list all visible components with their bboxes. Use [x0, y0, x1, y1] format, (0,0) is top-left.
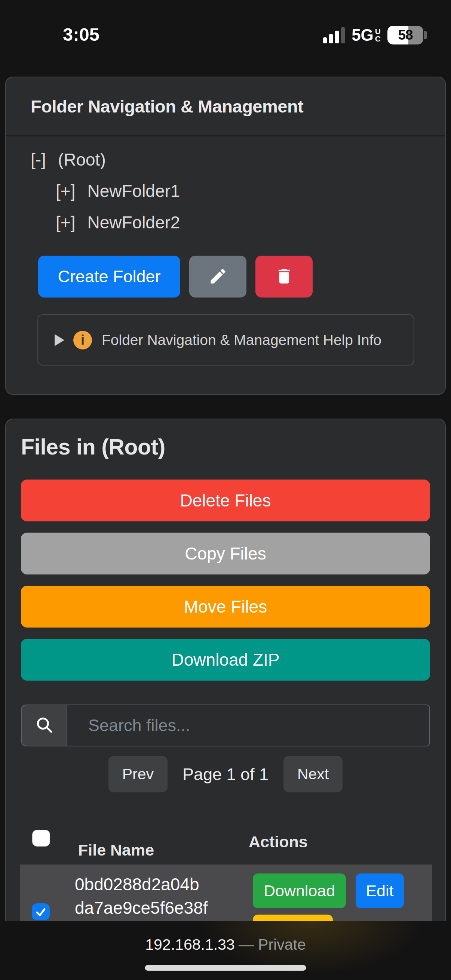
edit-file-button[interactable]: Edit [355, 873, 404, 908]
file-name-line1: 0bd0288d2a04b [75, 873, 254, 896]
tree-item-newfolder1[interactable]: [+]NewFolder1 [56, 179, 420, 203]
page-viewport: 3:05 5G U C 58 Folder Navigation [0, 0, 451, 921]
create-folder-button[interactable]: Create Folder [38, 256, 180, 298]
cellular-signal-icon [323, 27, 345, 43]
file-name-line2: da7ae9ce5f6e38f [75, 896, 254, 920]
prev-page-button[interactable]: Prev [108, 756, 167, 792]
tree-label-root[interactable]: (Root) [58, 150, 106, 169]
tree-label-newfolder1[interactable]: NewFolder1 [87, 181, 180, 201]
column-header-file-name: File Name [78, 841, 154, 859]
partial-action-button[interactable] [253, 915, 333, 921]
info-icon: i [73, 331, 92, 350]
tree-toggle-newfolder2[interactable]: [+] [56, 213, 75, 232]
bulk-actions: Delete Files Copy Files Move Files Downl… [21, 479, 430, 681]
search-button[interactable] [21, 705, 67, 746]
folder-card-header: Folder Navigation & Management [6, 77, 445, 137]
row-actions-cell: Download Edit [253, 873, 404, 921]
copy-files-button[interactable]: Copy Files [21, 533, 430, 574]
rename-folder-button[interactable] [189, 256, 247, 298]
download-zip-button[interactable]: Download ZIP [21, 639, 430, 681]
status-bar: 3:05 5G U C 58 [0, 0, 451, 64]
home-indicator[interactable] [145, 965, 306, 970]
folder-buttons-row: Create Folder [38, 256, 420, 298]
tree-label-newfolder2[interactable]: NewFolder2 [87, 213, 180, 232]
address-bar[interactable]: 192.168.1.33— Private [0, 936, 451, 953]
delete-files-button[interactable]: Delete Files [21, 479, 430, 522]
status-time: 3:05 [63, 24, 99, 45]
magnifier-icon [35, 715, 54, 735]
download-file-button[interactable]: Download [253, 873, 346, 908]
file-search [21, 705, 430, 746]
search-input[interactable] [67, 705, 430, 746]
trash-icon [274, 266, 294, 287]
table-row: 0bd0288d2a04b da7ae9ce5f6e38f Download E… [20, 864, 432, 921]
folder-card-title: Folder Navigation & Management [31, 96, 303, 117]
next-page-button[interactable]: Next [284, 756, 343, 792]
folder-help-disclosure[interactable]: i Folder Navigation & Management Help In… [37, 314, 414, 366]
network-type: 5G U C [352, 26, 381, 45]
folder-help-label: Folder Navigation & Management Help Info [102, 332, 381, 348]
privacy-label: — Private [239, 936, 306, 953]
folder-navigation-card: Folder Navigation & Management [-](Root)… [5, 76, 446, 395]
files-card-title: Files in (Root) [21, 434, 430, 460]
tree-toggle-root[interactable]: [-] [31, 150, 46, 169]
network-5g-label: 5G [352, 26, 374, 45]
delete-folder-button[interactable] [255, 256, 312, 298]
move-files-button[interactable]: Move Files [21, 586, 430, 628]
battery-icon: 58 [387, 26, 427, 45]
tree-toggle-newfolder1[interactable]: [+] [56, 181, 75, 201]
battery-nub [424, 31, 427, 39]
file-name-cell: 0bd0288d2a04b da7ae9ce5f6e38f [75, 873, 254, 920]
url-host: 192.168.1.33 [145, 936, 234, 953]
select-all-checkbox[interactable] [32, 830, 50, 846]
file-table-header: File Name Actions [21, 830, 430, 864]
triangle-right-icon [54, 334, 64, 346]
tree-item-root[interactable]: [-](Root) [31, 148, 420, 172]
battery-percent: 58 [398, 27, 413, 43]
browser-toolbar: 192.168.1.33— Private [0, 921, 451, 980]
iphone-screen: 3:05 5G U C 58 Folder Navigation [0, 0, 451, 980]
network-uc-badge: U C [375, 28, 381, 43]
files-card: Files in (Root) Delete Files Copy Files … [5, 418, 446, 921]
page-indicator: Page 1 of 1 [183, 765, 268, 784]
pagination: Prev Page 1 of 1 Next [21, 756, 430, 792]
tree-item-newfolder2[interactable]: [+]NewFolder2 [56, 210, 420, 234]
row-checkbox[interactable] [32, 904, 50, 920]
pencil-icon [208, 266, 228, 287]
column-header-actions: Actions [249, 833, 308, 851]
status-icons: 5G U C 58 [323, 25, 427, 46]
folder-card-body: [-](Root) [+]NewFolder1 [+]NewFolder2 Cr… [6, 137, 445, 366]
